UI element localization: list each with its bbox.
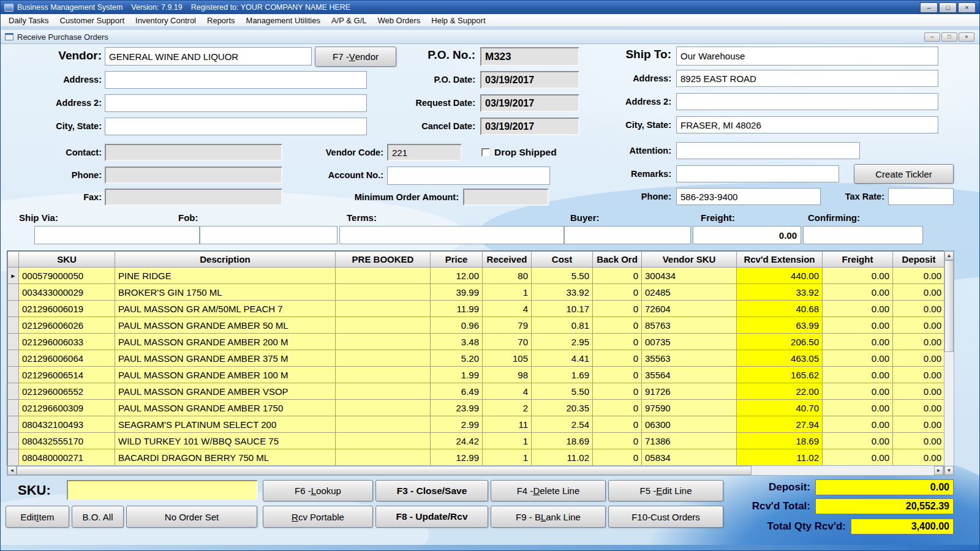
f9-blank-line-button[interactable]: F9 - BLank Line xyxy=(491,506,606,528)
table-cell: 0 xyxy=(593,317,642,334)
menu-customer-support[interactable]: Customer Support xyxy=(55,15,130,26)
tax-rate-input[interactable] xyxy=(888,188,954,205)
horizontal-scrollbar[interactable]: ◄ ► xyxy=(7,465,944,476)
table-row[interactable]: 021296006033PAUL MASSON GRANDE AMBER 200… xyxy=(8,334,945,350)
table-cell xyxy=(336,449,431,466)
menu-reports[interactable]: Reports xyxy=(202,15,241,26)
table-cell: 0.00 xyxy=(893,367,945,383)
po-no-label: P.O. No.: xyxy=(399,48,475,62)
ship-to-input[interactable] xyxy=(676,47,938,66)
menu-help-support[interactable]: Help & Support xyxy=(426,15,491,26)
buyer-input[interactable] xyxy=(564,226,691,244)
table-cell xyxy=(336,317,431,334)
horizontal-scroll-thumb[interactable] xyxy=(17,466,752,475)
table-cell: 12.00 xyxy=(431,268,483,284)
minimize-button[interactable]: – xyxy=(920,2,938,13)
rcv-portable-button[interactable]: Rcv Portable xyxy=(263,506,373,528)
f6-lookup-button[interactable]: F6 - Lookup xyxy=(263,480,373,501)
table-row[interactable]: 021296600309PAUL MASSON GRANDE AMBER 175… xyxy=(8,400,945,416)
scroll-right-arrow-icon[interactable]: ► xyxy=(934,466,943,475)
address2-input[interactable] xyxy=(105,94,367,112)
ship-phone-input[interactable] xyxy=(676,188,821,205)
table-cell: 2 xyxy=(483,400,532,416)
table-row[interactable]: ►000579000050PINE RIDGE12.00805.50030043… xyxy=(8,268,945,284)
table-cell: 0.00 xyxy=(823,433,893,449)
doc-close-button[interactable]: × xyxy=(959,32,974,42)
table-cell: 0.00 xyxy=(893,350,945,367)
menu-management-utilities[interactable]: Management Utilities xyxy=(241,15,326,26)
menu-daily-tasks[interactable]: Daily Tasks xyxy=(3,15,55,26)
no-order-set-button[interactable]: No Order Set xyxy=(126,506,257,528)
table-row[interactable]: 021296006064PAUL MASSON GRANDE AMBER 375… xyxy=(8,350,945,367)
ship-phone-label: Phone: xyxy=(582,192,671,201)
table-cell: 2.54 xyxy=(532,416,593,433)
horizontal-scroll-track[interactable] xyxy=(752,466,934,475)
table-row[interactable]: 080480000271BACARDI DRAGON BERRY 750 ML1… xyxy=(8,449,945,466)
deposit-total-field: 0.00 xyxy=(815,479,954,495)
vertical-scrollbar[interactable]: ▲ ▼ xyxy=(944,250,954,476)
table-row[interactable]: 080432555170WILD TURKEY 101 W/BBQ SAUCE … xyxy=(8,433,945,449)
table-row[interactable]: 003433000029BROKER'S GIN 1750 ML39.99133… xyxy=(8,284,945,301)
row-selector-arrow-icon: ► xyxy=(8,268,19,284)
vertical-scroll-track[interactable] xyxy=(944,352,954,466)
attention-input[interactable] xyxy=(676,142,860,159)
address-input[interactable] xyxy=(105,71,367,89)
menu-inventory-control[interactable]: Inventory Control xyxy=(130,15,202,26)
scroll-down-arrow-icon[interactable]: ▼ xyxy=(944,466,954,475)
table-row[interactable]: 021296006019PAUL MASSON GR AM/50ML PEACH… xyxy=(8,301,945,317)
table-cell: 5.50 xyxy=(532,268,593,284)
table-cell: PAUL MASSON GR AM/50ML PEACH 7 xyxy=(115,301,336,317)
confirming-input[interactable] xyxy=(803,226,923,244)
menu-web-orders[interactable]: Web Orders xyxy=(372,15,426,26)
doc-minimize-button[interactable]: – xyxy=(924,32,940,42)
close-button[interactable]: × xyxy=(958,2,976,13)
row-selector xyxy=(8,383,19,400)
table-cell: 35564 xyxy=(642,367,737,383)
drop-shipped-label: Drop Shipped xyxy=(494,147,580,158)
ship-via-input[interactable] xyxy=(34,226,200,244)
table-row[interactable]: 021296006552PAUL MASSON GRANDE AMBER VSO… xyxy=(8,383,945,400)
remarks-input[interactable] xyxy=(676,165,839,182)
city-state-input[interactable] xyxy=(105,118,367,135)
f7-vendor-button[interactable]: F7 - Vendor xyxy=(315,47,396,67)
terms-input[interactable] xyxy=(339,226,564,244)
maximize-button[interactable]: □ xyxy=(939,2,957,13)
account-no-label: Account No.: xyxy=(282,170,383,180)
table-cell: 35563 xyxy=(642,350,737,367)
table-cell: 0.00 xyxy=(823,334,893,350)
table-row[interactable]: 021296006026PAUL MASSON GRANDE AMBER 50 … xyxy=(8,317,945,334)
po-no-field xyxy=(480,47,579,66)
menu-ap-gl[interactable]: A/P & G/L xyxy=(326,15,372,26)
row-selector xyxy=(8,433,19,449)
table-cell: 440.00 xyxy=(737,268,823,284)
scroll-up-arrow-icon[interactable]: ▲ xyxy=(944,251,954,260)
scroll-left-arrow-icon[interactable]: ◄ xyxy=(7,466,17,475)
titlebar: Business Management System Version: 7.9.… xyxy=(1,1,979,14)
f3-close-save-button[interactable]: F3 - Close/Save xyxy=(375,480,488,501)
table-row[interactable]: 021296006514PAUL MASSON GRANDE AMBER 100… xyxy=(8,367,945,383)
account-no-input[interactable] xyxy=(387,167,550,185)
freight-input[interactable] xyxy=(693,226,801,244)
bo-all-button[interactable]: B.O. All xyxy=(72,506,124,528)
f4-delete-line-button[interactable]: F4 - Delete Line xyxy=(491,480,606,501)
table-cell: 0 xyxy=(593,301,642,317)
sku-entry-input[interactable] xyxy=(67,480,258,500)
doc-maximize-button[interactable]: □ xyxy=(941,32,957,42)
ship-address-input[interactable] xyxy=(676,70,938,87)
ship-city-state-input[interactable] xyxy=(676,116,938,133)
row-selector xyxy=(8,416,19,433)
create-tickler-button[interactable]: Create Tickler xyxy=(854,164,954,184)
f8-update-rcv-button[interactable]: F8 - Update/Rcv xyxy=(375,506,488,528)
vendor-input[interactable] xyxy=(105,47,312,66)
edit-item-button[interactable]: Edit Item xyxy=(6,506,69,528)
fob-input[interactable] xyxy=(200,226,337,244)
table-cell: BROKER'S GIN 1750 ML xyxy=(115,284,336,301)
table-row[interactable]: 080432100493SEAGRAM'S PLATINUM SELECT 20… xyxy=(8,416,945,433)
address-label: Address: xyxy=(13,75,102,84)
ship-address2-input[interactable] xyxy=(676,93,938,110)
table-cell: 98 xyxy=(483,367,532,383)
table-cell: 1.99 xyxy=(431,367,483,383)
drop-shipped-checkbox[interactable] xyxy=(481,148,490,157)
table-cell: 11.02 xyxy=(532,449,593,466)
vertical-scroll-thumb[interactable] xyxy=(944,260,954,352)
